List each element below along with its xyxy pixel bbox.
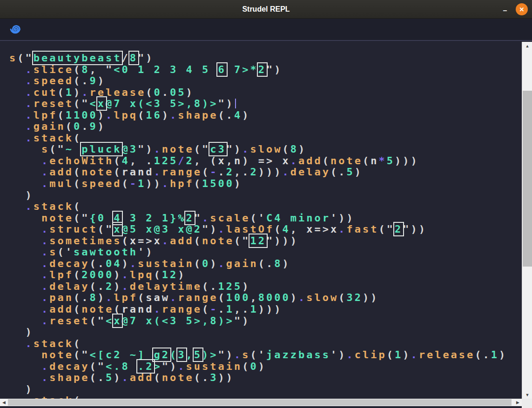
active-event-highlight: 3 xyxy=(178,349,186,361)
code-line[interactable]: s("beautybeast/8") xyxy=(9,53,522,64)
code-line[interactable]: .lpf(2000).lpq(12) xyxy=(9,269,522,281)
active-event-highlight: x xyxy=(114,315,121,327)
code-line[interactable]: .gain(0.9) xyxy=(9,121,522,133)
code-line[interactable]: .reset("<x@7 x(<3 5>,8)>") xyxy=(9,315,522,327)
active-event-highlight: 2 xyxy=(395,223,403,235)
code-line[interactable]: s("~ pluck@3").note("c3").slow(8) xyxy=(9,144,522,155)
code-line[interactable]: .mul(speed(-1)).hpf(1500) xyxy=(9,178,522,190)
code-line[interactable]: .stack( xyxy=(9,395,522,399)
toolbar xyxy=(0,19,532,41)
active-event-highlight: 2 xyxy=(186,212,194,224)
active-event-highlight: 5 xyxy=(194,349,202,361)
code-line[interactable]: .speed(.9) xyxy=(9,75,522,87)
scroll-right-icon: ▶ xyxy=(516,400,519,405)
scroll-down-icon: ▼ xyxy=(525,393,530,397)
close-icon: ✕ xyxy=(519,6,525,13)
code-line[interactable]: .echoWith(4, .125/2, (x,n) => x.add(note… xyxy=(9,155,522,167)
active-event-highlight: g2 xyxy=(154,349,170,361)
code-line[interactable]: .shape(.5).add(note(.3)) xyxy=(9,372,522,384)
code-line[interactable]: .stack( xyxy=(9,133,522,144)
active-event-highlight: pluck xyxy=(81,143,121,155)
active-event-highlight: 4 xyxy=(114,212,121,224)
active-event-highlight: 6 xyxy=(218,64,226,75)
code-line[interactable]: ) xyxy=(9,384,522,395)
code-line[interactable]: .add(note(rand.range(-.1,.1))) xyxy=(9,304,522,315)
active-event-highlight: x xyxy=(114,223,121,235)
code-line[interactable]: ) xyxy=(9,190,522,201)
code-line[interactable]: note("<[c2 ~] g2(3,5)>").s('jazzbass').c… xyxy=(9,349,522,361)
code-line[interactable]: .stack( xyxy=(9,338,522,350)
vertical-scrollbar[interactable]: ▲ ▼ xyxy=(522,42,532,399)
code-line[interactable]: .delay(.2).delaytime(.125) xyxy=(9,281,522,293)
code-line[interactable]: .reset("<x@7 x(<3 5>,8)>") xyxy=(9,98,522,110)
minimize-button[interactable]: – xyxy=(498,0,512,19)
active-event-highlight: .2 xyxy=(138,361,154,372)
scrollbar-corner xyxy=(522,399,532,408)
code-line[interactable]: ) xyxy=(9,327,522,338)
code-editor[interactable]: s("beautybeast/8") .slice(8, "<0 1 2 3 4… xyxy=(0,42,522,399)
active-event-highlight: c3 xyxy=(210,143,226,155)
titlebar: Strudel REPL – ✕ xyxy=(0,0,532,19)
close-button[interactable]: ✕ xyxy=(516,3,528,15)
scroll-left-icon: ◀ xyxy=(2,400,6,405)
scroll-up-icon: ▲ xyxy=(525,44,530,48)
code-line[interactable]: .decay("<.8 .2>").sustain(0) xyxy=(9,361,522,373)
code-line[interactable]: .stack( xyxy=(9,201,522,213)
code-line[interactable]: .lpf(1100).lpq(16).shape(.4) xyxy=(9,110,522,121)
scroll-left-button[interactable]: ◀ xyxy=(0,399,8,406)
scroll-down-button[interactable]: ▼ xyxy=(522,391,532,399)
text-caret xyxy=(235,99,236,108)
code-line[interactable]: .decay(.04).sustain(0).gain(.8) xyxy=(9,258,522,270)
active-event-highlight: beautybeast xyxy=(34,52,122,64)
code-line[interactable]: .slice(8, "<0 1 2 3 4 5 6 7>*2") xyxy=(9,64,522,76)
active-event-highlight: 12 xyxy=(250,235,266,247)
code-line[interactable]: .pan(.8).lpf(saw.range(100,8000).slow(32… xyxy=(9,292,522,304)
active-event-highlight: x xyxy=(98,98,106,109)
vertical-scroll-thumb[interactable] xyxy=(523,91,532,267)
code-line[interactable]: .cut(1).release(0.05) xyxy=(9,87,522,99)
strudel-logo-icon xyxy=(8,22,22,36)
code-line[interactable]: .s('sawtooth') xyxy=(9,247,522,258)
scroll-up-button[interactable]: ▲ xyxy=(522,42,532,50)
active-event-highlight: 8 xyxy=(130,52,138,64)
code-line[interactable]: .add(note(rand.range(-.2,.2))).delay(.5) xyxy=(9,167,522,178)
code-line[interactable]: .sometimes(x=>x.add(note("12"))) xyxy=(9,235,522,247)
code-line[interactable]: note("{0 4 3 2 1}%2".scale('C4 minor')) xyxy=(9,213,522,224)
strudel-repl-window: Strudel REPL – ✕ s("beautybeast/8") .sli… xyxy=(0,0,532,408)
scroll-right-button[interactable]: ▶ xyxy=(514,399,522,406)
horizontal-scroll-thumb[interactable] xyxy=(8,399,512,406)
code-line[interactable]: .struct("x@5 x@3 x@2").lastOf(4, x=>x.fa… xyxy=(9,224,522,235)
window-title: Strudel REPL xyxy=(0,0,532,19)
minimize-icon: – xyxy=(503,7,507,15)
active-event-highlight: 2 xyxy=(258,64,266,75)
horizontal-scrollbar[interactable]: ◀ ▶ xyxy=(0,399,522,406)
